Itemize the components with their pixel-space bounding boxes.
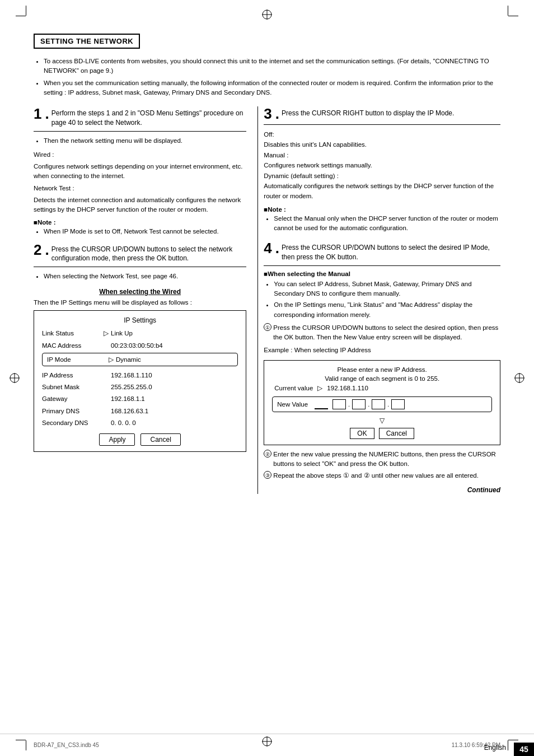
apply-cancel-row: Apply Cancel xyxy=(42,433,238,446)
step3-text: Press the CURSOR RIGHT button to display… xyxy=(282,106,454,118)
network-test-label: Network Test : xyxy=(34,184,246,193)
circle-2-icon: ② xyxy=(264,450,271,458)
subnet-mask-value: 255.255.255.0 xyxy=(111,382,238,392)
step3-dot: . xyxy=(275,106,279,121)
circle3-desc: ③ Repeat the above steps ① and ② until o… xyxy=(264,471,500,480)
ip-mode-arrow: ▷ xyxy=(106,356,116,363)
step1-note-bullet: When IP Mode is set to Off, Network Test… xyxy=(44,227,246,236)
mode-list: Off: Disables this unit's LAN capabiliti… xyxy=(264,129,500,202)
wired-desc: Configures network settings depending on… xyxy=(34,162,246,181)
subnet-mask-row: Subnet Mask 255.255.255.0 xyxy=(42,382,238,392)
step2-text: Press the CURSOR UP/DOWN buttons to sele… xyxy=(51,242,247,264)
page-number-badge: 45 xyxy=(514,743,534,756)
step3-number: 3 xyxy=(264,106,271,121)
network-test-desc: Detects the internet connection and auto… xyxy=(34,195,246,215)
step2-dot: . xyxy=(45,242,49,257)
ip-link-status-label: Link Status xyxy=(42,329,101,338)
nv-current-row: Current value ▷ 192.168.1.110 xyxy=(272,384,492,392)
left-column: 1 . Perform the steps 1 and 2 in "OSD Me… xyxy=(34,106,257,494)
nv-field-4[interactable] xyxy=(372,399,385,409)
intro-bullet-1: To access BD-LIVE contents from websites… xyxy=(44,57,500,76)
content-area: SETTING THE NETWORK To access BD-LIVE co… xyxy=(34,34,500,722)
ip-address-value: 192.168.1.110 xyxy=(111,371,238,380)
nv-fields: . . . xyxy=(315,399,405,409)
ip-mac-address-value: 00:23:03:00:50:b4 xyxy=(111,341,238,351)
gateway-label: Gateway xyxy=(42,394,101,404)
ip-address-label: IP Address xyxy=(42,371,101,380)
right-column: 3 . Press the CURSOR RIGHT button to dis… xyxy=(257,106,500,494)
primary-dns-row: Primary DNS 168.126.63.1 xyxy=(42,407,238,416)
new-value-box: Please enter a new IP Address. Valid ran… xyxy=(264,360,500,445)
step2-number: 2 xyxy=(34,242,41,257)
circle2-desc: ② Enter the new value pressing the NUMER… xyxy=(264,450,500,469)
step1-note: ■Note : When IP Mode is set to Off, Netw… xyxy=(34,219,246,236)
nv-field-2[interactable] xyxy=(332,399,346,409)
step1-dot: . xyxy=(45,106,49,121)
wired-section-desc: Then the IP Settings menu will be displa… xyxy=(34,299,246,306)
step4-section: 4 . Press the CURSOR UP/DOWN buttons to … xyxy=(264,241,500,494)
registration-mark-top xyxy=(261,9,273,20)
manual-entry: Manual : Configures network settings man… xyxy=(264,150,500,171)
language-label: English xyxy=(484,744,506,752)
ip-link-status-arrow: ▷ xyxy=(101,329,111,338)
intro-bullet-2: When you set the communication setting m… xyxy=(44,78,500,98)
nv-sep-3: . xyxy=(368,401,369,408)
crop-mark xyxy=(16,16,26,16)
gateway-row: Gateway 192.168.1.1 xyxy=(42,394,238,404)
secondary-dns-value: 0. 0. 0. 0 xyxy=(111,418,238,428)
nv-field-5[interactable] xyxy=(391,399,405,409)
nv-ok-button[interactable]: OK xyxy=(350,428,374,439)
nv-sep-4: . xyxy=(387,401,389,408)
ip-settings-title: IP Settings xyxy=(42,316,238,324)
ip-address-row: IP Address 192.168.1.110 xyxy=(42,371,238,380)
ip-settings-box: IP Settings Link Status ▷ Link Up MAC Ad… xyxy=(34,310,246,452)
wired-section-header: When selecting the Wired xyxy=(34,288,246,296)
step3-note-header: ■Note : xyxy=(264,206,500,213)
nv-field-3[interactable] xyxy=(352,399,366,409)
circle-1-icon: ① xyxy=(264,323,271,331)
step3-section: 3 . Press the CURSOR RIGHT button to dis… xyxy=(264,106,500,233)
page-container: SETTING THE NETWORK To access BD-LIVE co… xyxy=(0,0,534,756)
nv-new-value-label: New Value xyxy=(277,401,308,408)
dynamic-entry: Dynamic (default setting) : Automaticall… xyxy=(264,171,500,202)
crop-mark xyxy=(508,16,518,16)
nv-title: Please enter a new IP Address. xyxy=(272,366,492,373)
registration-mark-right xyxy=(514,372,525,384)
secondary-dns-row: Secondary DNS 0. 0. 0. 0 xyxy=(42,418,238,428)
ip-mode-label: IP Mode xyxy=(47,356,106,363)
circle-3-icon: ③ xyxy=(264,471,271,479)
cancel-button[interactable]: Cancel xyxy=(140,433,180,446)
ip-mode-row: IP Mode ▷ Dynamic xyxy=(42,353,238,366)
crop-mark xyxy=(26,6,26,16)
step1-note-header: ■Note : xyxy=(34,219,246,226)
step4-text: Press the CURSOR UP/DOWN buttons to sele… xyxy=(282,241,500,262)
intro-bullets: To access BD-LIVE contents from websites… xyxy=(34,57,500,97)
ip-mac-address-label: MAC Address xyxy=(42,341,101,351)
step3-note: ■Note : Select the Manual only when the … xyxy=(264,206,500,234)
step3-note-bullet: Select the Manual only when the DHCP ser… xyxy=(274,214,500,234)
wired-label: Wired : xyxy=(34,150,246,160)
step1-text: Perform the steps 1 and 2 in "OSD Menu S… xyxy=(51,106,247,128)
circle1-desc: ① Press the CURSOR UP/DOWN buttons to se… xyxy=(264,323,500,343)
manual-bullet2: On the IP Settings menu, "Link Status" a… xyxy=(274,300,500,320)
nv-down-arrow-icon: ▽ xyxy=(272,417,492,424)
apply-button[interactable]: Apply xyxy=(99,433,135,446)
gateway-value: 192.168.1.1 xyxy=(111,394,238,404)
step1-bullet1: Then the network setting menu will be di… xyxy=(44,136,246,146)
crop-mark xyxy=(508,6,508,16)
registration-mark-left xyxy=(9,372,20,384)
manual-section-header: ■When selecting the Manual xyxy=(264,270,500,277)
file-info: BDR-A7_EN_CS3.indb 45 xyxy=(34,742,99,748)
ip-mode-value: Dynamic xyxy=(116,356,233,363)
nv-field-1[interactable] xyxy=(315,399,328,409)
ip-mac-address-row: MAC Address 00:23:03:00:50:b4 xyxy=(42,341,238,351)
step4-header: 4 . Press the CURSOR UP/DOWN buttons to … xyxy=(264,241,500,266)
primary-dns-value: 168.126.63.1 xyxy=(111,407,238,416)
nv-cancel-button[interactable]: Cancel xyxy=(379,428,414,439)
page-title-box: SETTING THE NETWORK xyxy=(34,34,140,49)
step3-header: 3 . Press the CURSOR RIGHT button to dis… xyxy=(264,106,500,125)
nv-ok-cancel-row: OK Cancel xyxy=(272,428,492,439)
step1-header: 1 . Perform the steps 1 and 2 in "OSD Me… xyxy=(34,106,246,132)
nv-current-label: Current value xyxy=(274,385,313,391)
step1-number: 1 xyxy=(34,106,41,121)
